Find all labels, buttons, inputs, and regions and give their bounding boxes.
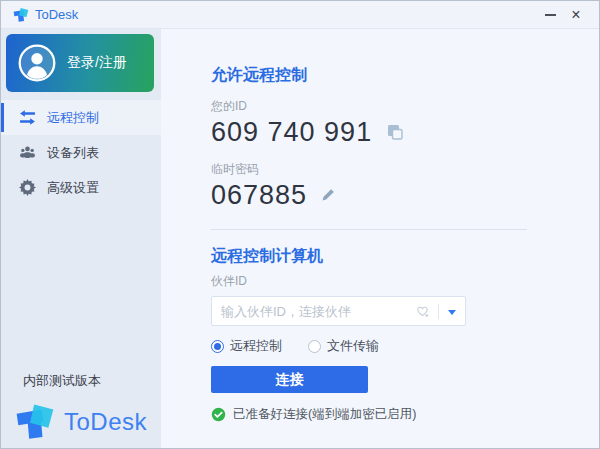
copy-icon	[385, 122, 405, 142]
copy-id-button[interactable]	[385, 122, 405, 142]
avatar-icon	[18, 44, 56, 82]
sidebar: 登录/注册 远程控制	[1, 29, 161, 448]
favorite-button[interactable]	[415, 304, 430, 319]
login-card[interactable]: 登录/注册	[6, 34, 154, 92]
brand-footer: ToDesk	[15, 402, 147, 442]
close-button[interactable]: ×	[563, 4, 589, 26]
input-divider	[438, 304, 439, 319]
remote-computer-title: 远程控制计算机	[211, 246, 323, 266]
recent-connections-dropdown[interactable]	[448, 310, 456, 315]
swap-arrows-icon	[19, 109, 36, 126]
pencil-icon	[320, 187, 336, 203]
radio-circle	[211, 340, 224, 353]
todesk-window: ToDesk × 登录/注册	[0, 0, 600, 449]
sidebar-item-advanced-settings[interactable]: 高级设置	[1, 170, 161, 205]
check-circle-icon	[211, 407, 226, 422]
radio-remote-control[interactable]: 远程控制	[211, 337, 282, 355]
connection-status: 已准备好连接(端到端加密已启用)	[211, 406, 416, 423]
sidebar-item-remote-control[interactable]: 远程控制	[1, 100, 161, 135]
temp-password-label: 临时密码	[211, 162, 259, 176]
minimize-button[interactable]	[537, 4, 563, 26]
sidebar-item-label: 远程控制	[47, 109, 99, 127]
partner-id-label: 伙伴ID	[211, 274, 247, 288]
close-icon: ×	[571, 7, 580, 23]
main-panel: 允许远程控制 您的ID 609 740 991 临时密码 067885	[161, 29, 599, 448]
sidebar-item-label: 设备列表	[47, 144, 99, 162]
titlebar: ToDesk ×	[1, 1, 599, 29]
section-divider	[211, 229, 527, 230]
partner-id-box	[211, 296, 466, 326]
radio-label: 文件传输	[327, 337, 379, 355]
gear-icon	[19, 179, 36, 196]
edit-password-button[interactable]	[320, 187, 336, 203]
login-register-label: 登录/注册	[67, 54, 127, 72]
your-id-label: 您的ID	[211, 99, 247, 113]
sidebar-item-label: 高级设置	[47, 179, 99, 197]
radio-label: 远程控制	[230, 337, 282, 355]
partner-id-input[interactable]	[221, 304, 415, 319]
brand-wordmark: ToDesk	[64, 408, 147, 436]
connect-button[interactable]: 连接	[211, 366, 368, 393]
temp-password-value: 067885	[211, 179, 307, 211]
window-title: ToDesk	[35, 7, 78, 22]
minimize-icon	[545, 14, 556, 16]
status-text: 已准备好连接(端到端加密已启用)	[233, 406, 416, 423]
radio-circle	[308, 340, 321, 353]
heart-plus-icon	[415, 304, 430, 319]
sidebar-item-device-list[interactable]: 设备列表	[1, 135, 161, 170]
people-icon	[19, 144, 36, 161]
allow-remote-title: 允许远程控制	[211, 65, 307, 85]
device-id-value: 609 740 991	[211, 116, 372, 148]
todesk-logo-icon	[13, 7, 29, 23]
sidebar-nav: 远程控制 设备列表	[1, 100, 161, 205]
radio-file-transfer[interactable]: 文件传输	[308, 337, 379, 355]
version-label: 内部测试版本	[23, 372, 101, 390]
todesk-logo-icon	[15, 402, 55, 442]
connection-mode-group: 远程控制 文件传输	[211, 337, 379, 355]
